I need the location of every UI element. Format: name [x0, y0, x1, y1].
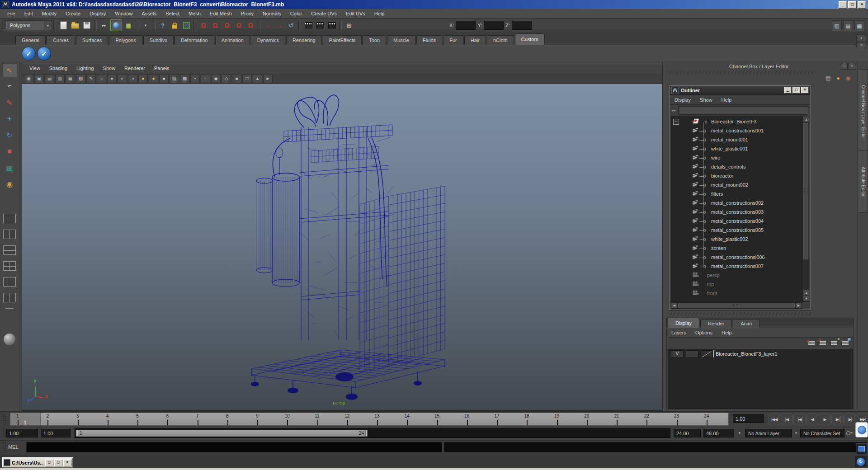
play-backwards-button[interactable]: ◀	[806, 414, 818, 425]
playback-end-field[interactable]	[674, 429, 701, 437]
scale-tool[interactable]: ■	[2, 144, 17, 159]
show-manipulator-panel-button[interactable]: ▥	[832, 20, 842, 31]
last-tool-slot[interactable]	[2, 193, 17, 207]
shelf-tab-hair[interactable]: Hair	[464, 35, 486, 45]
highlight-selection-button[interactable]	[181, 20, 192, 31]
outliner-item-filters[interactable]: —ofilters	[671, 189, 802, 198]
outliner-item-metal-constructions004[interactable]: —ometal_constructions004	[671, 216, 802, 226]
grease-pencil-icon[interactable]: ✎	[86, 74, 96, 83]
outliner-maximize-button[interactable]: □	[793, 87, 800, 94]
menu-create[interactable]: Create	[61, 9, 85, 18]
window-maximize-button[interactable]: □	[848, 1, 857, 9]
shelf-tab-curves[interactable]: Curves	[47, 35, 75, 45]
smooth-shade-icon[interactable]: ●	[107, 74, 117, 83]
layer-editor-menu-options[interactable]: Options	[691, 330, 717, 335]
shelf-editor-button[interactable]: ≡	[856, 42, 866, 48]
outliner-item-metal-mount001[interactable]: —ometal_mount001	[671, 135, 802, 144]
shelf-tab-subdivs[interactable]: Subdivs	[143, 35, 174, 45]
open-scene-button[interactable]	[70, 20, 80, 31]
outliner-item-metal-constructionsl006[interactable]: —ometal_constructionsl006	[671, 253, 802, 262]
isolate-select-icon[interactable]: ▩	[180, 74, 189, 83]
new-layer-from-selected-button[interactable]: *	[841, 339, 850, 347]
snap-to-curves-button[interactable]: Ω	[210, 20, 221, 31]
scroll-left-icon[interactable]: ◀	[671, 303, 677, 308]
time-slider-grip[interactable]	[3, 414, 6, 424]
menu-modify[interactable]: Modify	[38, 9, 61, 18]
character-set-dropdown[interactable]: No Character Set	[800, 429, 844, 437]
layer-editor-tab-render[interactable]: Render	[700, 319, 732, 328]
scroll-up-icon[interactable]: ▲	[803, 117, 809, 122]
shelf-options-button[interactable]: ▾	[856, 35, 866, 41]
mel-command-input[interactable]	[26, 442, 442, 452]
snap-to-points-button[interactable]: Ω	[222, 20, 232, 31]
menu-select[interactable]: Select	[161, 9, 184, 18]
layout-vsplit-button-2[interactable]	[3, 230, 16, 239]
outliner-item-wire[interactable]: —owire	[671, 153, 802, 162]
scroll-down-icon[interactable]: ▼	[803, 296, 809, 301]
anim-layer-dropdown[interactable]: No Anim Layer	[745, 429, 792, 437]
soft-modification-tool[interactable]: ◉	[2, 177, 17, 191]
viewport-canvas[interactable]: Y x z persp	[22, 84, 662, 410]
universal-manipulator-tool[interactable]: ▦	[2, 160, 17, 175]
playback-start-field[interactable]	[41, 429, 71, 437]
shelf-tab-animation[interactable]: Animation	[215, 35, 250, 45]
ipr-render-button[interactable]	[315, 20, 326, 31]
field-chart-icon[interactable]: ▪	[190, 74, 200, 83]
absolute-relative-toggle[interactable]: ⊞	[344, 20, 354, 31]
scroll-up2-icon[interactable]: ▲	[803, 290, 809, 295]
layout-quad-button-6[interactable]	[3, 293, 16, 302]
menu-proxy[interactable]: Proxy	[236, 9, 258, 18]
use-default-material-icon[interactable]: ●	[138, 74, 148, 83]
viewport-menu-panels[interactable]: Panels	[150, 66, 174, 71]
chevron-down-icon[interactable]: ▼	[738, 431, 741, 435]
move-layer-down-button[interactable]: ▼	[818, 339, 827, 347]
lock-selection-button[interactable]	[169, 20, 180, 31]
render-sphere-icon[interactable]: ◉	[844, 75, 852, 82]
character-key-icon[interactable]	[846, 431, 853, 435]
minimized-restore-button[interactable]: □	[45, 459, 53, 466]
layer-editor-menu-help[interactable]: Help	[717, 330, 736, 335]
shelf-tab-fur[interactable]: Fur	[443, 35, 463, 45]
window-close-button[interactable]: ×	[858, 1, 866, 9]
viewport-menu-view[interactable]: View	[25, 66, 45, 71]
layout-hsplit-button-3[interactable]	[3, 245, 16, 255]
layer-playback-toggle[interactable]	[686, 350, 698, 358]
shelf-tab-painteffects[interactable]: PaintEffects	[323, 35, 362, 45]
snap-to-projected-center-button[interactable]: Ω	[233, 20, 244, 31]
viewport-menu-renderer[interactable]: Renderer	[120, 66, 150, 71]
wireframe-mode-icon[interactable]: ○	[97, 74, 106, 83]
command-line-grip[interactable]	[3, 442, 6, 452]
outliner-item-front[interactable]: front	[671, 289, 802, 298]
shelf-tab-deformation[interactable]: Deformation	[175, 35, 214, 45]
move-tool[interactable]: +	[2, 112, 17, 126]
menu-edit-mesh[interactable]: Edit Mesh	[205, 9, 236, 18]
outliner-item-screen[interactable]: —oscreen	[671, 244, 802, 253]
timeline-track[interactable]: 1 12345678910111213141516171819202122232…	[10, 413, 729, 426]
two-d-pan-zoom-icon[interactable]: ▧	[76, 74, 85, 83]
shelf-tab-polygons[interactable]: Polygons	[109, 35, 142, 45]
command-line-mode-label[interactable]: MEL	[8, 444, 19, 450]
selection-mask-button[interactable]: ▼	[140, 20, 151, 31]
shelf-tab-dynamics[interactable]: Dynamics	[251, 35, 285, 45]
panel-toggle-button[interactable]: ▦	[854, 20, 864, 31]
tab-channel-box-layer-editor[interactable]: Channel Box / Layer Editor	[859, 69, 868, 155]
light-icon[interactable]: ●	[835, 75, 842, 82]
outliner-titlebar[interactable]: Outliner _ □ ×	[670, 86, 810, 95]
outliner-item-metal-constructions003[interactable]: —ometal_constructions003	[671, 207, 802, 216]
layer-visibility-toggle[interactable]: V	[671, 350, 684, 358]
safe-display-icon[interactable]: ■	[232, 74, 241, 83]
outliner-item-bioreactor[interactable]: —obioreactor	[671, 171, 802, 180]
shelf-tab-fluids[interactable]: Fluids	[416, 35, 442, 45]
viewport-menu-show[interactable]: Show	[99, 66, 120, 71]
save-scene-button[interactable]	[81, 20, 92, 31]
go-to-start-button[interactable]: |◀◀	[768, 414, 780, 425]
x-coordinate-field[interactable]	[456, 21, 476, 30]
step-forward-frame-button[interactable]: ▶|	[844, 414, 856, 425]
outliner-item-top[interactable]: top	[671, 280, 802, 289]
outliner-minimize-button[interactable]: _	[784, 87, 792, 94]
tray-window-icon[interactable]	[856, 443, 868, 454]
snap-to-view-planes-button[interactable]: Ω	[245, 20, 256, 31]
gate-mask-icon[interactable]: ◇	[222, 74, 231, 83]
shadows-icon[interactable]: ●	[159, 74, 169, 83]
layout-left-button-5[interactable]	[3, 277, 16, 287]
